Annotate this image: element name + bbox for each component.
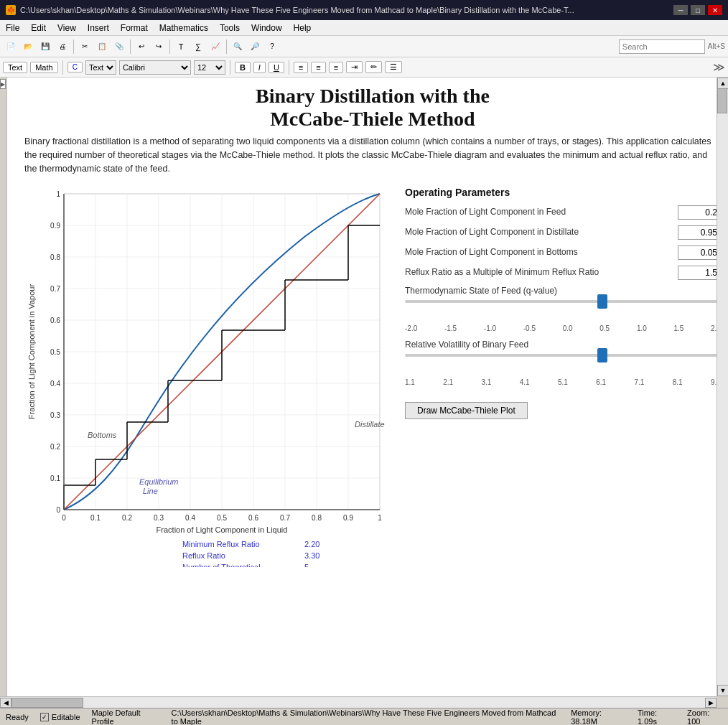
reflux-input[interactable] [678, 266, 717, 280]
svg-text:5: 5 [304, 563, 309, 567]
cut-button[interactable]: ✂ [77, 39, 93, 55]
svg-text:0.6: 0.6 [50, 317, 60, 324]
menu-help[interactable]: Help [288, 20, 317, 35]
svg-text:Bottoms: Bottoms [88, 431, 117, 439]
plot-button[interactable]: 📈 [207, 39, 223, 55]
path-text: C:\Users\skhan\Desktop\Maths & Simulatio… [172, 708, 560, 726]
volatility-section: Relative Volatility of Binary Feed 1.1 2… [405, 340, 717, 386]
param-label-reflux: Reflux Ratio as a Multiple of Minimum Re… [405, 267, 672, 279]
paste-button[interactable]: 📎 [111, 39, 127, 55]
math-mode-button[interactable]: ∑ [190, 39, 206, 55]
svg-text:1: 1 [56, 190, 60, 198]
distillate-input[interactable] [678, 225, 717, 240]
thermo-state-section: Thermodynamic State of Feed (q-value) -2… [405, 286, 717, 332]
param-label-feed: Mole Fraction of Light Component in Feed [405, 207, 672, 218]
ready-text: Ready [6, 713, 29, 721]
align-left-button[interactable]: ≡ [294, 62, 308, 73]
menu-format[interactable]: Format [115, 20, 154, 35]
status-time: Time: 1.09s [638, 708, 676, 726]
param-label-distillate: Mole Fraction of Light Component in Dist… [405, 227, 672, 238]
format-sep-3 [289, 60, 289, 75]
menu-mathematics[interactable]: Mathematics [154, 20, 214, 35]
copy-button[interactable]: 📋 [94, 39, 110, 55]
highlight-button[interactable]: ✏ [365, 61, 382, 73]
minimize-button[interactable]: ─ [673, 5, 688, 15]
scroll-container: ▶ Binary Distillation with the McCabe-Th… [0, 78, 728, 708]
thermo-state-thumb[interactable] [597, 294, 607, 309]
help-button[interactable]: ? [264, 39, 280, 55]
text-mode-button[interactable]: T [173, 39, 189, 55]
search-input[interactable] [619, 39, 705, 54]
svg-text:0.8: 0.8 [50, 253, 60, 261]
param-row-reflux: Reflux Ratio as a Multiple of Minimum Re… [405, 266, 717, 280]
size-select[interactable]: 12 [194, 60, 225, 75]
status-bar: Ready ✓ Editable Maple Default Profile C… [0, 708, 728, 725]
close-button[interactable]: ✕ [708, 5, 722, 15]
menu-window[interactable]: Window [246, 20, 288, 35]
align-right-button[interactable]: ≡ [329, 62, 343, 73]
align-center-button[interactable]: ≡ [311, 62, 325, 73]
format-bar: Text Math C Text Calibri 12 B I U ≡ ≡ ≡ … [0, 57, 728, 78]
svg-text:Fraction of Light Component in: Fraction of Light Component in Liquid [157, 525, 288, 534]
math-toggle[interactable]: Math [30, 62, 57, 73]
open-button[interactable]: 📂 [20, 39, 36, 55]
save-button[interactable]: 💾 [37, 39, 53, 55]
document-content: Binary Distillation with the McCabe-Thie… [17, 78, 717, 581]
scrollbar-left-button[interactable]: ◀ [0, 698, 11, 708]
menu-insert[interactable]: Insert [82, 20, 115, 35]
volatility-thumb[interactable] [597, 348, 607, 362]
params-panel: Operating Parameters Mole Fraction of Li… [405, 187, 717, 419]
volatility-track [405, 354, 717, 357]
status-editable: ✓ Editable [40, 713, 80, 721]
svg-text:0: 0 [62, 514, 66, 522]
text-toggle[interactable]: Text [3, 62, 27, 73]
style-select[interactable]: Text [85, 60, 116, 75]
redo-button[interactable]: ↪ [151, 39, 167, 55]
document-intro: Binary fractional distillation is a meth… [24, 135, 717, 175]
menu-view[interactable]: View [52, 20, 82, 35]
zoom-out-button[interactable]: 🔎 [247, 39, 263, 55]
horizontal-scrollbar[interactable]: ◀ ▶ [0, 696, 717, 708]
main-section: 0 0.1 0.2 0.3 0.4 0.5 0.6 0.7 0.8 0.9 1 … [24, 187, 717, 567]
new-button[interactable]: 📄 [3, 39, 19, 55]
svg-text:0.2: 0.2 [50, 443, 60, 451]
menu-bar: File Edit View Insert Format Mathematics… [0, 20, 728, 36]
menu-file[interactable]: File [0, 20, 25, 35]
thermo-state-track [405, 300, 717, 303]
toolbar: 📄 📂 💾 🖨 ✂ 📋 📎 ↩ ↪ T ∑ 📈 🔍 🔎 ? Alt+S [0, 36, 728, 57]
zoom-text: Zoom: 100 [687, 708, 722, 726]
scrollbar-up-button[interactable]: ▲ [717, 78, 728, 89]
mccabe-thiele-chart: 0 0.1 0.2 0.3 0.4 0.5 0.6 0.7 0.8 0.9 1 … [24, 187, 391, 567]
underline-button[interactable]: U [269, 62, 284, 73]
svg-text:0.7: 0.7 [280, 514, 290, 522]
menu-tools[interactable]: Tools [214, 20, 246, 35]
svg-text:0.9: 0.9 [343, 514, 353, 522]
document-area[interactable]: Binary Distillation with the McCabe-Thie… [7, 78, 717, 696]
status-ready: Ready [6, 713, 29, 721]
maximize-button[interactable]: □ [691, 5, 705, 15]
svg-text:3.30: 3.30 [304, 551, 319, 560]
list-button[interactable]: ☰ [385, 61, 402, 73]
zoom-in-button[interactable]: 🔍 [230, 39, 246, 55]
bottoms-input[interactable] [678, 245, 717, 260]
text-mode-indicator: ▶ [0, 79, 6, 89]
thermo-state-ticks: -2.0 -1.5 -1.0 -0.5 0.0 0.5 1.0 1.5 2.0 [405, 324, 717, 332]
print-button[interactable]: 🖨 [55, 39, 70, 55]
toolbar-sep-2 [130, 39, 131, 54]
font-select[interactable]: Calibri [119, 60, 191, 75]
param-row-distillate: Mole Fraction of Light Component in Dist… [405, 225, 717, 240]
indent-button[interactable]: ⇥ [346, 61, 363, 73]
menu-edit[interactable]: Edit [25, 20, 52, 35]
italic-button[interactable]: I [253, 62, 266, 73]
svg-text:0.7: 0.7 [50, 285, 60, 293]
feed-input[interactable] [678, 205, 717, 220]
horizontal-scrollbar-thumb[interactable] [11, 698, 83, 708]
vertical-scrollbar[interactable]: ▲ ▼ [717, 78, 728, 696]
collapse-panel-button[interactable]: ≫ [713, 60, 725, 74]
bold-button[interactable]: B [235, 62, 251, 73]
scrollbar-right-button[interactable]: ▶ [705, 698, 717, 708]
draw-plot-button[interactable]: Draw McCabe-Thiele Plot [405, 402, 528, 419]
editable-text: Editable [52, 713, 80, 721]
undo-button[interactable]: ↩ [134, 39, 149, 55]
scrollbar-down-button[interactable]: ▼ [717, 685, 728, 696]
